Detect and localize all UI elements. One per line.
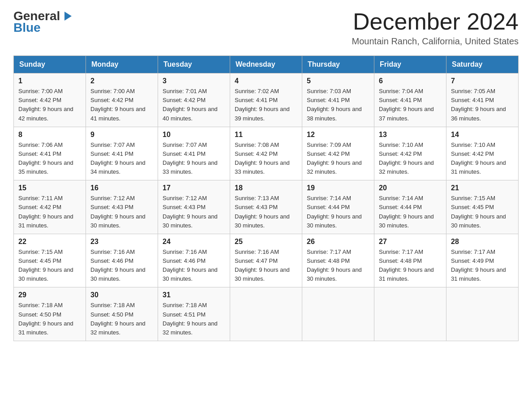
day-info: Sunrise: 7:03 AM Sunset: 4:41 PM Dayligh… (307, 87, 369, 123)
day-number: 17 (163, 184, 225, 192)
sunset-label: Sunset: 4:45 PM (18, 257, 61, 264)
sunset-label: Sunset: 4:42 PM (18, 204, 61, 210)
daylight-label: Daylight: 9 hours and 41 minutes. (90, 106, 146, 121)
day-number: 9 (90, 131, 153, 139)
days-of-week-row: Sunday Monday Tuesday Wednesday Thursday… (14, 56, 519, 73)
day-info: Sunrise: 7:04 AM Sunset: 4:41 PM Dayligh… (379, 87, 442, 123)
day-number: 21 (451, 184, 514, 192)
sunrise-label: Sunrise: 7:04 AM (379, 88, 423, 94)
sunrise-label: Sunrise: 7:02 AM (235, 88, 279, 94)
sunset-label: Sunset: 4:42 PM (451, 150, 494, 157)
daylight-label: Daylight: 9 hours and 30 minutes. (163, 213, 218, 229)
col-thursday: Thursday (302, 56, 374, 73)
day-info: Sunrise: 7:08 AM Sunset: 4:42 PM Dayligh… (235, 141, 297, 177)
sunrise-label: Sunrise: 7:07 AM (90, 141, 135, 148)
day-number: 15 (18, 184, 81, 192)
sunset-label: Sunset: 4:47 PM (235, 257, 278, 264)
calendar-week-row: 29 Sunrise: 7:18 AM Sunset: 4:50 PM Dayl… (14, 287, 519, 341)
daylight-label: Daylight: 9 hours and 34 minutes. (90, 159, 146, 175)
calendar-week-row: 22 Sunrise: 7:15 AM Sunset: 4:45 PM Dayl… (14, 234, 519, 287)
day-number: 18 (235, 184, 297, 192)
sunset-label: Sunset: 4:42 PM (379, 150, 422, 157)
day-number: 10 (163, 131, 225, 139)
calendar-cell: 30 Sunrise: 7:18 AM Sunset: 4:50 PM Dayl… (86, 287, 158, 341)
daylight-label: Daylight: 9 hours and 31 minutes. (379, 266, 434, 282)
sunrise-label: Sunrise: 7:13 AM (235, 195, 279, 201)
daylight-label: Daylight: 9 hours and 35 minutes. (18, 159, 73, 175)
sunset-label: Sunset: 4:42 PM (163, 97, 206, 103)
calendar-cell: 3 Sunrise: 7:01 AM Sunset: 4:42 PM Dayli… (158, 73, 230, 127)
day-number: 6 (379, 77, 442, 85)
sunrise-label: Sunrise: 7:05 AM (451, 88, 495, 94)
calendar-week-row: 8 Sunrise: 7:06 AM Sunset: 4:41 PM Dayli… (14, 127, 519, 180)
calendar-cell (446, 287, 519, 341)
sunrise-label: Sunrise: 7:14 AM (307, 195, 351, 201)
daylight-label: Daylight: 9 hours and 42 minutes. (18, 106, 73, 121)
day-info: Sunrise: 7:00 AM Sunset: 4:42 PM Dayligh… (90, 87, 153, 123)
day-info: Sunrise: 7:15 AM Sunset: 4:45 PM Dayligh… (451, 194, 514, 230)
sunrise-label: Sunrise: 7:16 AM (235, 248, 279, 255)
day-number: 29 (18, 291, 81, 299)
day-number: 14 (451, 131, 514, 139)
day-info: Sunrise: 7:00 AM Sunset: 4:42 PM Dayligh… (18, 87, 81, 123)
daylight-label: Daylight: 9 hours and 30 minutes. (90, 266, 146, 282)
svg-marker-0 (64, 12, 72, 21)
calendar-cell: 14 Sunrise: 7:10 AM Sunset: 4:42 PM Dayl… (446, 127, 519, 180)
calendar-cell: 4 Sunrise: 7:02 AM Sunset: 4:41 PM Dayli… (230, 73, 302, 127)
day-number: 28 (451, 238, 514, 246)
day-info: Sunrise: 7:01 AM Sunset: 4:42 PM Dayligh… (163, 87, 225, 123)
calendar-cell (374, 287, 446, 341)
day-number: 1 (18, 77, 81, 85)
sunrise-label: Sunrise: 7:14 AM (379, 195, 423, 201)
day-info: Sunrise: 7:02 AM Sunset: 4:41 PM Dayligh… (235, 87, 297, 123)
col-sunday: Sunday (14, 56, 86, 73)
calendar-table: Sunday Monday Tuesday Wednesday Thursday… (13, 56, 519, 341)
sunrise-label: Sunrise: 7:15 AM (451, 195, 495, 201)
daylight-label: Daylight: 9 hours and 36 minutes. (451, 106, 506, 121)
sunrise-label: Sunrise: 7:17 AM (307, 248, 351, 255)
calendar-cell: 7 Sunrise: 7:05 AM Sunset: 4:41 PM Dayli… (446, 73, 519, 127)
calendar-week-row: 1 Sunrise: 7:00 AM Sunset: 4:42 PM Dayli… (14, 73, 519, 127)
day-number: 13 (379, 131, 442, 139)
daylight-label: Daylight: 9 hours and 32 minutes. (90, 320, 146, 336)
calendar-cell (230, 287, 302, 341)
sunset-label: Sunset: 4:41 PM (18, 150, 61, 157)
day-number: 31 (163, 291, 225, 299)
day-number: 4 (235, 77, 297, 85)
sunrise-label: Sunrise: 7:10 AM (451, 141, 495, 148)
day-number: 5 (307, 77, 369, 85)
daylight-label: Daylight: 9 hours and 40 minutes. (163, 106, 218, 121)
day-number: 11 (235, 131, 297, 139)
daylight-label: Daylight: 9 hours and 30 minutes. (379, 213, 434, 229)
title-block: December 2024 Mountain Ranch, California… (352, 9, 519, 47)
day-info: Sunrise: 7:17 AM Sunset: 4:49 PM Dayligh… (451, 248, 514, 284)
sunset-label: Sunset: 4:42 PM (307, 150, 350, 157)
sunset-label: Sunset: 4:51 PM (163, 311, 206, 318)
col-monday: Monday (86, 56, 158, 73)
sunset-label: Sunset: 4:50 PM (90, 311, 133, 318)
sunrise-label: Sunrise: 7:12 AM (163, 195, 207, 201)
sunset-label: Sunset: 4:41 PM (235, 97, 278, 103)
day-info: Sunrise: 7:06 AM Sunset: 4:41 PM Dayligh… (18, 141, 81, 177)
sunrise-label: Sunrise: 7:07 AM (163, 141, 207, 148)
sunset-label: Sunset: 4:48 PM (379, 257, 422, 264)
calendar-header: Sunday Monday Tuesday Wednesday Thursday… (14, 56, 519, 73)
daylight-label: Daylight: 9 hours and 30 minutes. (235, 213, 290, 229)
sunset-label: Sunset: 4:41 PM (307, 97, 350, 103)
sunrise-label: Sunrise: 7:16 AM (163, 248, 207, 255)
sunset-label: Sunset: 4:43 PM (90, 204, 133, 210)
daylight-label: Daylight: 9 hours and 31 minutes. (451, 159, 506, 175)
daylight-label: Daylight: 9 hours and 30 minutes. (18, 266, 73, 282)
day-info: Sunrise: 7:16 AM Sunset: 4:46 PM Dayligh… (163, 248, 225, 284)
daylight-label: Daylight: 9 hours and 32 minutes. (307, 159, 362, 175)
day-info: Sunrise: 7:17 AM Sunset: 4:48 PM Dayligh… (307, 248, 369, 284)
calendar-cell: 21 Sunrise: 7:15 AM Sunset: 4:45 PM Dayl… (446, 180, 519, 234)
sunrise-label: Sunrise: 7:18 AM (90, 302, 135, 308)
sunrise-label: Sunrise: 7:12 AM (90, 195, 135, 201)
day-info: Sunrise: 7:18 AM Sunset: 4:50 PM Dayligh… (18, 301, 81, 337)
calendar-cell: 20 Sunrise: 7:14 AM Sunset: 4:44 PM Dayl… (374, 180, 446, 234)
sunset-label: Sunset: 4:50 PM (18, 311, 61, 318)
calendar-cell: 19 Sunrise: 7:14 AM Sunset: 4:44 PM Dayl… (302, 180, 374, 234)
day-info: Sunrise: 7:09 AM Sunset: 4:42 PM Dayligh… (307, 141, 369, 177)
sunset-label: Sunset: 4:46 PM (163, 257, 206, 264)
